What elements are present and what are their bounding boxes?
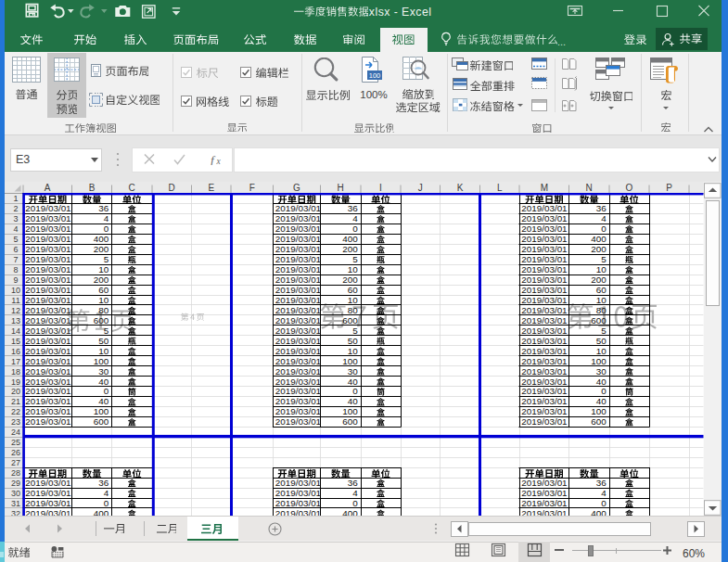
svg-text:29: 29 bbox=[11, 479, 20, 488]
svg-text:2019/03/01: 2019/03/01 bbox=[275, 315, 322, 326]
svg-text:2019/03/01: 2019/03/01 bbox=[25, 366, 71, 377]
svg-text:2019/03/01: 2019/03/01 bbox=[25, 305, 71, 315]
svg-text:C: C bbox=[129, 183, 135, 193]
svg-text:50: 50 bbox=[348, 336, 358, 346]
svg-text:100: 100 bbox=[342, 356, 358, 366]
svg-text:2019/03/01: 2019/03/01 bbox=[521, 416, 568, 427]
svg-text:2019/03/01: 2019/03/01 bbox=[25, 244, 71, 254]
svg-text:17: 17 bbox=[11, 357, 20, 366]
svg-text:80: 80 bbox=[348, 305, 358, 315]
svg-text:M: M bbox=[541, 183, 548, 193]
svg-text:600: 600 bbox=[342, 416, 358, 427]
svg-text:100: 100 bbox=[342, 406, 358, 416]
svg-text:2019/03/01: 2019/03/01 bbox=[521, 366, 568, 377]
svg-text:4: 4 bbox=[104, 213, 109, 224]
svg-text:18: 18 bbox=[11, 367, 20, 377]
svg-text:2019/03/01: 2019/03/01 bbox=[25, 478, 71, 488]
svg-text:2019/03/01: 2019/03/01 bbox=[521, 305, 568, 315]
svg-text:30: 30 bbox=[11, 489, 20, 498]
svg-text:2019/03/01: 2019/03/01 bbox=[275, 366, 322, 377]
svg-text:600: 600 bbox=[591, 416, 607, 427]
svg-text:80: 80 bbox=[596, 305, 607, 315]
svg-text:0: 0 bbox=[352, 386, 358, 396]
svg-text:36: 36 bbox=[596, 203, 607, 213]
svg-text:J: J bbox=[418, 183, 423, 193]
svg-text:2019/03/01: 2019/03/01 bbox=[275, 234, 322, 244]
svg-text:2019/03/01: 2019/03/01 bbox=[275, 377, 322, 387]
svg-text:2019/03/01: 2019/03/01 bbox=[275, 508, 322, 516]
svg-text:27: 27 bbox=[11, 458, 20, 467]
svg-text:2019/03/01: 2019/03/01 bbox=[275, 498, 322, 508]
svg-text:13: 13 bbox=[11, 316, 20, 326]
svg-text:2019/03/01: 2019/03/01 bbox=[275, 416, 322, 427]
svg-text:2019/03/01: 2019/03/01 bbox=[25, 275, 71, 285]
svg-text:2019/03/01: 2019/03/01 bbox=[25, 295, 71, 305]
svg-text:O: O bbox=[626, 183, 633, 193]
svg-text:2019/03/01: 2019/03/01 bbox=[275, 386, 322, 396]
svg-text:2019/03/01: 2019/03/01 bbox=[275, 264, 322, 275]
svg-text:50: 50 bbox=[596, 336, 607, 346]
svg-text:10: 10 bbox=[11, 286, 20, 295]
svg-text:600: 600 bbox=[94, 416, 109, 427]
svg-text:5: 5 bbox=[104, 254, 109, 264]
svg-text:40: 40 bbox=[596, 377, 607, 387]
svg-text:2019/03/01: 2019/03/01 bbox=[521, 203, 568, 213]
svg-text:25: 25 bbox=[11, 438, 20, 447]
svg-text:80: 80 bbox=[98, 305, 109, 315]
svg-text:7: 7 bbox=[13, 255, 18, 264]
svg-text:12: 12 bbox=[11, 306, 20, 315]
svg-text:36: 36 bbox=[348, 478, 358, 488]
svg-text:2019/03/01: 2019/03/01 bbox=[275, 224, 322, 234]
svg-text:2019/03/01: 2019/03/01 bbox=[25, 336, 71, 346]
svg-text:200: 200 bbox=[94, 275, 109, 285]
svg-text:200: 200 bbox=[591, 275, 607, 285]
svg-text:0: 0 bbox=[352, 498, 358, 508]
svg-text:100: 100 bbox=[591, 406, 607, 416]
svg-text:2019/03/01: 2019/03/01 bbox=[25, 396, 71, 406]
svg-text:10: 10 bbox=[596, 346, 607, 356]
svg-text:2019/03/01: 2019/03/01 bbox=[275, 336, 322, 346]
svg-text:400: 400 bbox=[591, 508, 607, 516]
svg-text:22: 22 bbox=[11, 407, 20, 416]
svg-text:2019/03/01: 2019/03/01 bbox=[275, 478, 322, 488]
svg-text:2019/03/01: 2019/03/01 bbox=[275, 305, 322, 315]
svg-text:40: 40 bbox=[98, 396, 109, 406]
svg-text:2019/03/01: 2019/03/01 bbox=[25, 315, 71, 326]
svg-text:10: 10 bbox=[98, 295, 109, 305]
svg-text:2019/03/01: 2019/03/01 bbox=[275, 295, 322, 305]
svg-text:2019/03/01: 2019/03/01 bbox=[521, 346, 568, 356]
svg-text:400: 400 bbox=[342, 234, 358, 244]
svg-text:400: 400 bbox=[342, 508, 358, 516]
svg-text:10: 10 bbox=[348, 295, 358, 305]
svg-text:2019/03/01: 2019/03/01 bbox=[275, 244, 322, 254]
svg-text:2019/03/01: 2019/03/01 bbox=[521, 356, 568, 366]
svg-text:2019/03/01: 2019/03/01 bbox=[521, 377, 568, 387]
svg-text:31: 31 bbox=[11, 499, 20, 508]
svg-text:0: 0 bbox=[104, 498, 109, 508]
svg-text:2019/03/01: 2019/03/01 bbox=[25, 254, 71, 264]
svg-text:2019/03/01: 2019/03/01 bbox=[25, 498, 71, 508]
svg-text:0: 0 bbox=[601, 498, 607, 508]
svg-text:2019/03/01: 2019/03/01 bbox=[275, 203, 322, 213]
svg-text:100: 100 bbox=[94, 406, 109, 416]
svg-text:100: 100 bbox=[369, 71, 381, 80]
svg-text:N: N bbox=[586, 183, 593, 193]
svg-text:10: 10 bbox=[348, 264, 358, 275]
svg-text:2019/03/01: 2019/03/01 bbox=[25, 285, 71, 295]
svg-text:30: 30 bbox=[98, 366, 109, 377]
svg-text:5: 5 bbox=[352, 254, 358, 264]
svg-text:32: 32 bbox=[11, 509, 20, 516]
svg-text:5: 5 bbox=[352, 326, 358, 336]
svg-text:L: L bbox=[497, 183, 503, 193]
svg-text:2019/03/01: 2019/03/01 bbox=[521, 478, 568, 488]
svg-text:A: A bbox=[45, 183, 51, 193]
svg-text:600: 600 bbox=[342, 315, 358, 326]
svg-text:2: 2 bbox=[13, 204, 18, 213]
svg-text:9: 9 bbox=[13, 275, 18, 285]
svg-text:60: 60 bbox=[596, 285, 607, 295]
svg-text:2019/03/01: 2019/03/01 bbox=[25, 356, 71, 366]
svg-text:2019/03/01: 2019/03/01 bbox=[25, 203, 71, 213]
svg-text:40: 40 bbox=[348, 377, 358, 387]
svg-text:2019/03/01: 2019/03/01 bbox=[275, 406, 322, 416]
svg-text:4: 4 bbox=[601, 488, 607, 498]
